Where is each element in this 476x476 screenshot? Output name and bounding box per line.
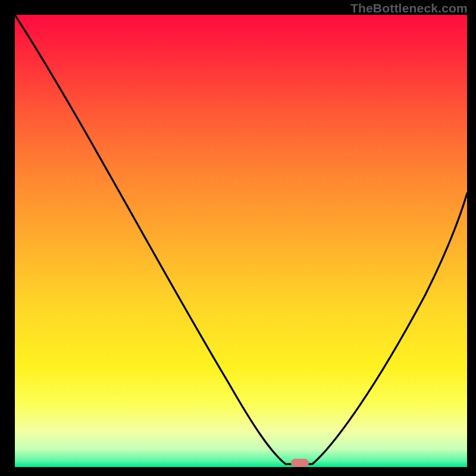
curve-path bbox=[15, 15, 467, 464]
plot-area bbox=[15, 15, 467, 467]
bottleneck-curve bbox=[15, 15, 467, 467]
chart-frame: TheBottleneck.com bbox=[0, 0, 476, 476]
sweet-spot-marker bbox=[291, 459, 309, 467]
watermark-text: TheBottleneck.com bbox=[350, 1, 468, 15]
